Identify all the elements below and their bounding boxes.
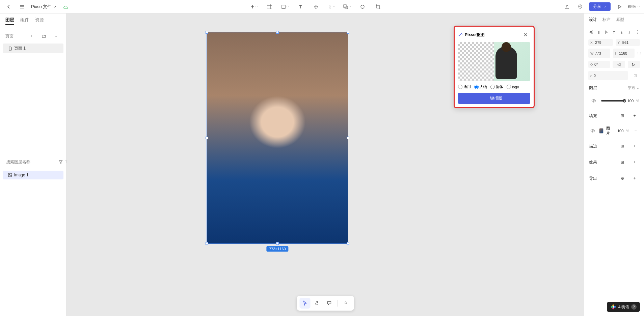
resize-handle[interactable]: [347, 137, 349, 139]
zoom-value: 65%: [628, 4, 636, 9]
option-object[interactable]: 物体: [490, 84, 503, 89]
fill-visibility-icon[interactable]: [589, 126, 596, 136]
close-icon[interactable]: [521, 30, 530, 39]
radius-field[interactable]: ⌐: [588, 71, 628, 80]
zoom-dropdown[interactable]: 65%: [628, 4, 640, 9]
add-stroke-icon[interactable]: +: [630, 141, 639, 151]
w-input[interactable]: [595, 51, 608, 55]
remove-fill-icon[interactable]: −: [632, 126, 639, 136]
rotation-field[interactable]: ⟳: [588, 61, 610, 68]
toolbar-center: [70, 2, 562, 11]
add-fill-icon[interactable]: +: [630, 111, 639, 120]
folder-icon[interactable]: [39, 31, 49, 41]
export-icon[interactable]: [562, 2, 571, 11]
option-logo[interactable]: logo: [507, 85, 519, 89]
tab-design[interactable]: 设计: [589, 17, 597, 23]
svg-point-4: [580, 6, 581, 7]
resize-handle[interactable]: [206, 242, 208, 245]
layer-item[interactable]: image 1: [3, 171, 63, 179]
add-effect-icon[interactable]: +: [630, 157, 639, 167]
corners-icon[interactable]: ⊡: [630, 71, 640, 80]
h-input[interactable]: [619, 51, 633, 55]
lock-ratio-icon[interactable]: ⬚: [637, 49, 641, 58]
option-general[interactable]: 通用: [458, 84, 471, 89]
flip-h-button[interactable]: ◁: [613, 61, 625, 68]
x-field[interactable]: X: [588, 39, 613, 46]
tab-assets[interactable]: 资源: [35, 17, 44, 25]
distribute-icon[interactable]: ⋮: [634, 29, 640, 35]
svg-point-11: [614, 306, 615, 308]
resize-handle[interactable]: [206, 137, 208, 139]
align-top-icon[interactable]: ⫯: [611, 29, 617, 35]
cursor-tool-icon[interactable]: [299, 298, 310, 309]
w-field[interactable]: W: [588, 49, 610, 58]
help-icon[interactable]: ?: [631, 304, 637, 310]
resize-handle[interactable]: [276, 31, 279, 34]
flip-v-button[interactable]: ▷: [628, 61, 640, 68]
resize-handle[interactable]: [347, 242, 349, 245]
page-item[interactable]: 页面 1: [3, 44, 63, 53]
align-bottom-icon[interactable]: ⫱: [627, 29, 633, 35]
tab-components[interactable]: 组件: [20, 17, 29, 25]
search-layers: [0, 154, 66, 169]
share-button[interactable]: 分享: [589, 2, 611, 11]
menu-icon[interactable]: [18, 2, 27, 11]
y-input[interactable]: [621, 40, 635, 45]
comment-tool-icon[interactable]: [324, 298, 334, 309]
fill-opacity-value[interactable]: 100: [617, 129, 623, 133]
component-tool-icon[interactable]: [327, 2, 336, 11]
add-export-icon[interactable]: +: [630, 174, 639, 183]
h-field[interactable]: H: [613, 49, 634, 58]
fill-label[interactable]: 图片: [606, 126, 612, 136]
x-input[interactable]: [594, 40, 608, 45]
boolean-tool-icon[interactable]: [342, 2, 352, 11]
move-tool-icon[interactable]: [311, 2, 321, 11]
blend-mode-dropdown[interactable]: 穿透 ⌄: [628, 85, 639, 90]
tab-annotate[interactable]: 标注: [602, 17, 611, 23]
opacity-value[interactable]: 100: [627, 99, 634, 103]
cutout-button[interactable]: 一键抠图: [458, 93, 530, 104]
crop-tool-icon[interactable]: [373, 2, 383, 11]
rotation-input[interactable]: [594, 62, 608, 66]
align-right-icon[interactable]: ⫸: [603, 29, 609, 35]
fill-swatch[interactable]: [599, 128, 603, 134]
play-icon[interactable]: [615, 2, 624, 11]
svg-point-10: [612, 305, 614, 306]
fill-style-icon[interactable]: ⊞: [618, 111, 627, 120]
cloud-sync-icon[interactable]: [60, 2, 70, 11]
visibility-icon[interactable]: [589, 96, 598, 106]
resize-handle[interactable]: [276, 242, 279, 245]
frame-tool-icon[interactable]: [265, 2, 274, 11]
opacity-slider[interactable]: [601, 100, 625, 102]
resize-handle[interactable]: [206, 31, 208, 34]
back-icon[interactable]: [4, 2, 14, 11]
add-page-icon[interactable]: +: [27, 31, 36, 41]
canvas[interactable]: 773×1160 Pixso 抠图 通用 人物 物体 logo 一键抠图: [66, 13, 584, 316]
collapse-pages-icon[interactable]: [51, 31, 61, 41]
align-hcenter-icon[interactable]: ⫿: [596, 29, 602, 35]
svg-point-14: [612, 306, 614, 308]
location-icon[interactable]: [575, 2, 585, 11]
tab-layers[interactable]: 图层: [5, 17, 14, 25]
effect-style-icon[interactable]: ⊞: [618, 157, 627, 167]
text-tool-icon[interactable]: [296, 2, 305, 11]
more-tools-icon[interactable]: [340, 298, 351, 309]
add-icon[interactable]: [249, 2, 259, 11]
stroke-section: 描边 ⊞+: [584, 138, 644, 154]
resize-handle[interactable]: [347, 31, 349, 34]
search-input[interactable]: [6, 160, 57, 164]
stroke-style-icon[interactable]: ⊞: [618, 141, 627, 151]
y-field[interactable]: Y: [616, 39, 640, 46]
option-person[interactable]: 人物: [474, 84, 487, 89]
filter-icon[interactable]: [59, 157, 63, 167]
tab-prototype[interactable]: 原型: [616, 17, 624, 23]
hand-tool-icon[interactable]: [312, 298, 322, 309]
align-left-icon[interactable]: ⫷: [588, 29, 594, 35]
ellipse-tool-icon[interactable]: [358, 2, 367, 11]
export-settings-icon[interactable]: ⚙: [618, 174, 627, 183]
shape-tool-icon[interactable]: [280, 2, 290, 11]
align-vcenter-icon[interactable]: ⫰: [619, 29, 625, 35]
selected-image[interactable]: 773×1160: [207, 32, 348, 244]
radius-input[interactable]: [594, 74, 607, 78]
file-name-dropdown[interactable]: Pixso 文件: [31, 4, 56, 10]
